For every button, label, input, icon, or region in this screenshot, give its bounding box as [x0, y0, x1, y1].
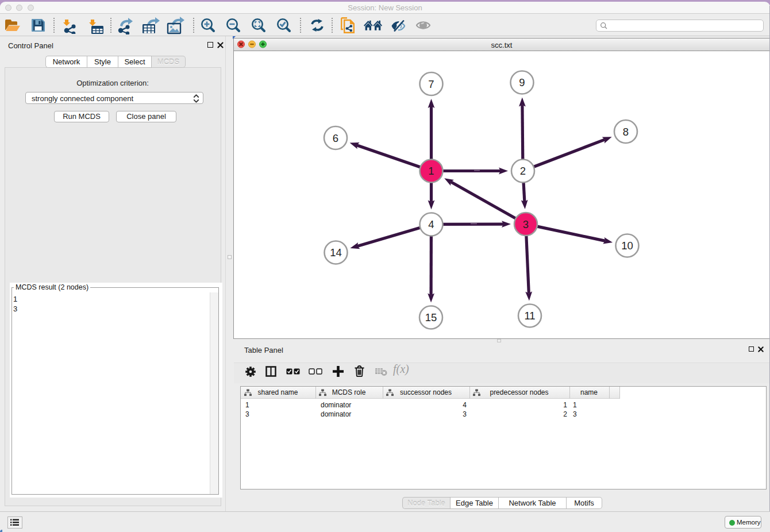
svg-text:10: 10	[621, 240, 633, 252]
svg-text:7: 7	[428, 78, 434, 90]
svg-text:4: 4	[428, 218, 434, 230]
svg-text:6: 6	[333, 132, 338, 144]
svg-text:3: 3	[523, 218, 529, 230]
svg-text:8: 8	[623, 126, 629, 138]
svg-text:9: 9	[519, 76, 525, 88]
svg-text:15: 15	[425, 311, 437, 323]
svg-text:1: 1	[428, 165, 434, 177]
svg-text:11: 11	[524, 310, 535, 322]
svg-text:2: 2	[520, 165, 526, 177]
svg-text:14: 14	[330, 246, 342, 259]
